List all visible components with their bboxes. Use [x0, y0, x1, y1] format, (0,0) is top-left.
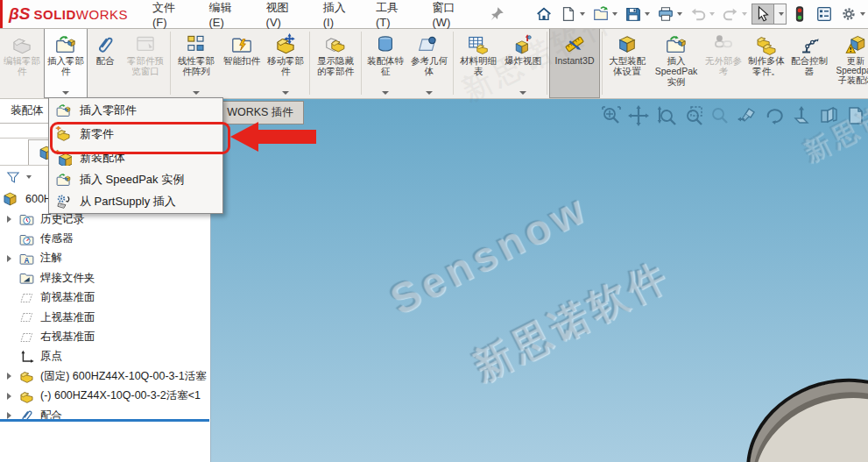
annotations-folder-icon — [18, 251, 35, 267]
tree-item-weldment-folder[interactable]: 焊接文件夹 — [0, 268, 210, 288]
graphics-viewport[interactable]: Sensnow 新思诺软件 新思诺 — [210, 98, 868, 462]
logo-text-bold: SOLID — [33, 7, 75, 22]
ribbon-assembly-features-button[interactable]: 装配体特征 — [363, 28, 407, 98]
previous-view-icon[interactable] — [737, 105, 758, 126]
view-orientation-icon[interactable] — [818, 105, 839, 126]
ribbon-move-component-button[interactable]: 移动零部件 — [264, 28, 307, 98]
select-cursor-icon[interactable] — [752, 4, 773, 24]
home-icon[interactable] — [533, 4, 555, 25]
ribbon-insert-component-button[interactable]: 插入零部件 — [44, 28, 88, 98]
tree-item-origin[interactable]: 原点 — [0, 347, 210, 366]
instant3d-icon — [563, 32, 586, 56]
ribbon-reference-geometry-button[interactable]: 参考几何体 — [407, 28, 451, 98]
expand-caret-icon[interactable] — [7, 412, 15, 419]
dropdown-arrow-icon[interactable] — [62, 91, 69, 95]
select-cursor-tool[interactable] — [752, 4, 787, 25]
dropdown-arrow-icon[interactable] — [193, 91, 200, 95]
menu-item-partsupply[interactable]: 从 PartSupply 插入 — [49, 190, 222, 212]
ribbon-smart-fasteners-button[interactable]: 智能扣件 — [220, 28, 264, 98]
tree-item-right-plane[interactable]: 右视基准面 — [0, 327, 210, 346]
dropdown-arrow-icon[interactable] — [426, 91, 433, 95]
no-external-references-icon — [712, 32, 735, 56]
menu-item-insert-speedpak[interactable]: 插入 SpeedPak 实例 — [49, 168, 222, 190]
tree-item-component-fixed[interactable]: (固定) 600HZ44X-10Q-00-3-1活塞 — [0, 366, 210, 386]
save-icon[interactable] — [622, 4, 653, 25]
select-dropdown-icon[interactable] — [773, 4, 786, 24]
menu-insert[interactable]: 插入(I) — [314, 0, 363, 33]
new-assembly-icon — [55, 150, 72, 166]
tab-solidworks-addins[interactable]: WORKS 插件 — [216, 101, 304, 124]
new-document-icon[interactable] — [557, 4, 588, 25]
ribbon-large-assembly-button[interactable]: 大型装配体设置 — [604, 28, 650, 98]
menu-item-new-assembly[interactable]: 新装配体 — [49, 146, 222, 168]
menu-window[interactable]: 窗口(W) — [423, 0, 480, 33]
tree-item-sensors[interactable]: 传感器 — [0, 229, 210, 248]
make-multibody-part-icon — [755, 32, 778, 56]
menu-item-insert-components[interactable]: 插入零部件 — [49, 99, 222, 121]
print-icon[interactable] — [654, 4, 685, 25]
ribbon-insert-speedpak-button[interactable]: 插入 SpeedPak 实例 — [650, 28, 702, 98]
ribbon-show-hidden-button[interactable]: 显示隐藏的零部件 — [312, 28, 359, 98]
ribbon-exploded-view-button[interactable]: 爆炸视图 — [501, 28, 545, 98]
smart-fasteners-icon — [230, 32, 253, 56]
pan-icon[interactable] — [628, 105, 649, 126]
ribbon-no-external-ref-button: 无外部参考 — [702, 28, 745, 98]
sensors-folder-icon — [18, 231, 35, 247]
part-icon — [18, 368, 35, 384]
tree-item-front-plane[interactable]: 前视基准面 — [0, 288, 210, 308]
model-cylinder-fragment[interactable] — [727, 357, 868, 462]
dropdown-arrow-icon[interactable] — [282, 91, 289, 95]
ribbon-bom-button[interactable]: 材料明细表 — [455, 28, 501, 98]
expand-caret-icon[interactable] — [7, 393, 15, 400]
tree-item-top-plane[interactable]: 上视基准面 — [0, 308, 210, 327]
watermark-secondary: 新思诺软件 — [464, 250, 679, 394]
filter-funnel-icon[interactable] — [5, 170, 21, 185]
tree-item-component-floating[interactable]: (-) 600HZ44X-10Q-00-3-2活塞<1 — [0, 387, 210, 406]
plane-icon — [18, 290, 35, 306]
tree-item-annotations[interactable]: 注解 — [0, 249, 210, 268]
ribbon-multibody-part-button[interactable]: 制作多体零件。 — [745, 28, 788, 98]
zoom-to-area-icon[interactable] — [682, 105, 703, 126]
zoom-in-out-icon[interactable] — [655, 105, 676, 126]
large-assembly-settings-icon — [616, 32, 639, 56]
tree-item-mates[interactable]: 配合 — [0, 406, 210, 425]
expand-caret-icon[interactable] — [7, 255, 15, 262]
menu-file[interactable]: 文件(F) — [144, 0, 196, 33]
edit-component-icon — [11, 32, 33, 56]
ribbon-instant3d-button[interactable]: Instant3D — [549, 28, 600, 98]
dropdown-arrow-icon[interactable] — [519, 91, 526, 95]
partsupply-icon — [55, 194, 72, 210]
rollback-bar[interactable] — [0, 419, 209, 422]
undo-icon — [687, 4, 717, 25]
menu-view[interactable]: 视图(V) — [258, 0, 311, 33]
ribbon-mate-button[interactable]: 配合 — [88, 28, 123, 98]
zoom-to-fit-icon[interactable] — [601, 105, 622, 126]
ribbon-update-speedpak-button[interactable]: 更新 Speedpak 子装配体 — [830, 28, 868, 98]
tab-assembly[interactable]: 装配体 — [4, 101, 51, 120]
pin-menu-icon[interactable] — [485, 4, 508, 25]
assembly-cube-icon — [2, 191, 20, 207]
options-gear-icon[interactable] — [837, 4, 868, 25]
normal-to-icon[interactable] — [791, 105, 812, 126]
move-component-icon — [274, 32, 297, 56]
menu-edit[interactable]: 编辑(E) — [200, 0, 253, 33]
ribbon-linear-pattern-button[interactable]: 线性零部件阵列 — [173, 28, 220, 98]
rotate-view-icon[interactable] — [764, 105, 785, 126]
origin-icon — [18, 349, 35, 365]
filter-dropdown-icon[interactable] — [26, 175, 32, 179]
plane-icon — [18, 309, 35, 325]
menu-item-new-part[interactable]: 新零件 — [49, 121, 222, 146]
assembly-features-icon — [374, 32, 397, 56]
heads-up-view-toolbar — [601, 105, 866, 126]
expand-caret-icon[interactable] — [7, 373, 15, 380]
ribbon-mate-controller-button[interactable]: 配合控制器 — [788, 28, 830, 98]
open-icon[interactable] — [589, 4, 620, 25]
task-list-icon[interactable] — [813, 4, 836, 25]
logo-text-light: WORKS — [76, 7, 128, 22]
plane-icon — [18, 330, 35, 345]
dropdown-arrow-icon[interactable] — [382, 91, 389, 95]
display-style-icon[interactable] — [845, 105, 866, 126]
rebuild-traffic-light-icon[interactable] — [788, 4, 811, 25]
expand-caret-icon[interactable] — [7, 216, 15, 223]
menu-tools[interactable]: 工具(T) — [367, 0, 420, 33]
